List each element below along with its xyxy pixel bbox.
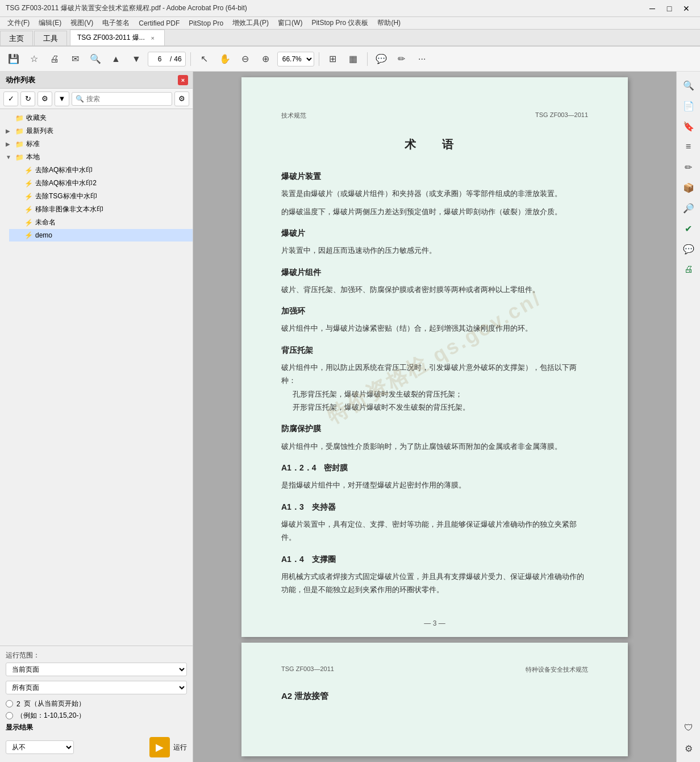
tab-document[interactable]: TSG ZF003-2011 爆... × [70,30,165,45]
tree-item-aq2[interactable]: ⚡ 去除AQ标准中水印2 [9,177,193,190]
menu-pitstop-dash[interactable]: PitStop Pro 仪表板 [307,17,373,29]
folder-icon-local: 📁 [15,153,24,162]
right-print-btn[interactable]: 🖨 [680,260,698,278]
tree-label-demo: demo [35,231,52,239]
right-content-btn[interactable]: ≡ [680,138,698,156]
page-navigator: / 46 [148,52,186,66]
right-search-btn[interactable]: 🔍 [680,76,698,94]
mail-btn[interactable]: ✉ [66,50,84,68]
menu-enhance[interactable]: 增效工具(P) [228,17,273,29]
tree-label-nonimage: 移除非图像非文本水印 [35,205,103,214]
zoom-out-btn[interactable]: 🔍 [86,50,105,68]
tree-item-local[interactable]: ▼ 📁 本地 [0,151,193,164]
scope-select[interactable]: 当前页面 所有页面 选定页面 [6,663,187,676]
tab-home[interactable]: 主页 [0,31,33,45]
right-sidebar: 🔍 📄 🔖 ≡ ✏ 📦 🔎 ✔ 💬 🖨 🛡 ⚙ [676,72,700,762]
close-btn[interactable]: ✕ [678,2,694,15]
comment-toolbar-btn[interactable]: 💬 [372,50,390,68]
print-toolbar-btn[interactable]: 🖨 [45,50,64,68]
right-check-btn[interactable]: ✔ [680,219,698,238]
panel-refresh-btn[interactable]: ↻ [20,91,35,106]
tree-item-demo[interactable]: ⚡ demo [9,229,193,241]
menu-bar: 文件(F) 编辑(E) 视图(V) 电子签名 Certified PDF Pit… [0,17,700,30]
right-page-btn[interactable]: 📄 [680,97,698,115]
section-title-fbhm: 防腐保护膜 [281,422,588,436]
panel-settings-btn[interactable]: ⚙ [174,91,189,106]
tree-item-tsg[interactable]: ⚡ 去除TSG标准中水印 [9,190,193,203]
radio-row-1: 2 页（从当前页开始） [6,699,187,709]
menu-pitstop[interactable]: PitStop Pro [184,18,228,28]
folder-icon-favorites: 📁 [15,114,24,123]
zoom-plus-btn[interactable]: ⊕ [257,50,275,68]
right-settings-btn[interactable]: ⚙ [680,739,698,757]
right-edit-btn[interactable]: ✏ [680,158,698,176]
menu-file[interactable]: 文件(F) [3,17,34,29]
panel-search-input[interactable] [86,95,168,103]
run-row: 从不 始终 出错时 ▶ 运行 [6,737,187,757]
right-bookmark-btn[interactable]: 🔖 [680,117,698,135]
content-jqh: 破片组件中，与爆破片边缘紧密贴（结）合，起到增强其边缘刚度作用的环。 [281,322,588,335]
tree-label-unnamed: 未命名 [35,218,56,227]
menu-edit[interactable]: 编辑(E) [34,17,66,29]
panel-close-btn[interactable]: × [178,75,188,85]
action-list-panel: 动作列表 × ✓ ↻ ⚙ ▼ 🔍 ⚙ 📁 收藏夹 ▶ 📁 [0,72,193,762]
minimize-btn[interactable]: ─ [644,2,660,15]
menu-help[interactable]: 帮助(H) [373,17,405,29]
right-export-btn[interactable]: 📦 [680,178,698,197]
content-a14: 用机械方式或者焊接方式固定爆破片位置，并且具有支撑爆破片受力、保证爆破片准确动作… [281,570,588,597]
panel-gear-btn[interactable]: ⚙ [38,91,52,106]
main-area: 动作列表 × ✓ ↻ ⚙ ▼ 🔍 ⚙ 📁 收藏夹 ▶ 📁 [0,72,700,762]
grid-btn[interactable]: ⊞ [324,50,342,68]
panel-search-box[interactable]: 🔍 [72,92,172,106]
tree-label-aq1: 去除AQ标准中水印 [35,165,93,175]
menu-view[interactable]: 视图(V) [66,17,98,29]
more-btn[interactable]: ··· [413,50,431,68]
folder-icon-standard: 📁 [15,140,24,149]
pdf-page2-header: TSG ZF003—2011 特种设备安全技术规范 [281,665,588,674]
pdf-p2-header-right: 特种设备安全技术规范 [526,665,588,674]
menu-sign[interactable]: 电子签名 [98,17,134,29]
hand-tool-btn[interactable]: ✋ [216,50,234,68]
pdf-viewer[interactable]: 特价资格检 qs.gov.cn/ 技术规范 TSG ZF003—2011 术 语… [193,72,676,762]
page-input[interactable] [152,55,168,63]
separator2 [319,52,319,66]
bookmark-toolbar-btn[interactable]: ☆ [25,50,43,68]
restore-btn[interactable]: □ [661,2,677,15]
tree-item-standard[interactable]: ▶ 📁 标准 [0,138,193,151]
zoom-minus-btn[interactable]: ⊖ [236,50,255,68]
panel-check-btn[interactable]: ✓ [3,91,18,106]
section-title-a13: A1．3 夹持器 [281,500,588,514]
menu-window[interactable]: 窗口(W) [273,17,307,29]
run-icon: ▶ [156,741,164,753]
pdf-header-left: 技术规范 [281,111,306,120]
radio-pages-count[interactable] [6,700,13,707]
tree-item-nonimage[interactable]: ⚡ 移除非图像非文本水印 [9,203,193,216]
run-button[interactable]: ▶ [149,737,170,757]
menu-certified[interactable]: Certified PDF [134,18,184,28]
layout-btn[interactable]: ▦ [344,50,363,68]
radio-custom-range[interactable] [6,712,13,719]
pen-btn[interactable]: ✏ [393,50,411,68]
tree-item-favorites[interactable]: 📁 收藏夹 [0,111,193,124]
tree-item-recent[interactable]: ▶ 📁 最新列表 [0,124,193,138]
right-search2-btn[interactable]: 🔎 [680,199,698,217]
select-tool-btn[interactable]: ↖ [195,50,214,68]
save-btn[interactable]: 💾 [5,50,23,68]
panel-filter-btn[interactable]: ▼ [55,91,69,106]
radio-label-count: 2 [16,700,20,708]
tab-close-btn[interactable]: × [148,34,157,43]
page-total: 46 [174,55,181,63]
tab-tools[interactable]: 工具 [34,31,67,45]
tree-item-unnamed[interactable]: ⚡ 未命名 [9,216,193,229]
right-shield-btn[interactable]: 🛡 [680,719,698,737]
content-bytj2: 开形背压托架，爆破片爆破时不发生破裂的背压托架。 [293,401,588,414]
tree-item-aq1[interactable]: ⚡ 去除AQ标准中水印 [9,164,193,177]
pages-select[interactable]: 所有页面 [6,681,187,694]
prev-page-btn[interactable]: ▲ [107,50,125,68]
next-page-btn[interactable]: ▼ [127,50,145,68]
run-label: 运行 [173,743,187,752]
right-comment-btn[interactable]: 💬 [680,240,698,258]
display-select[interactable]: 从不 始终 出错时 [6,740,74,754]
tree-label-aq2: 去除AQ标准中水印2 [35,178,97,188]
zoom-select[interactable]: 66.7% 50% 75% 100% 125% 150% [277,52,314,66]
